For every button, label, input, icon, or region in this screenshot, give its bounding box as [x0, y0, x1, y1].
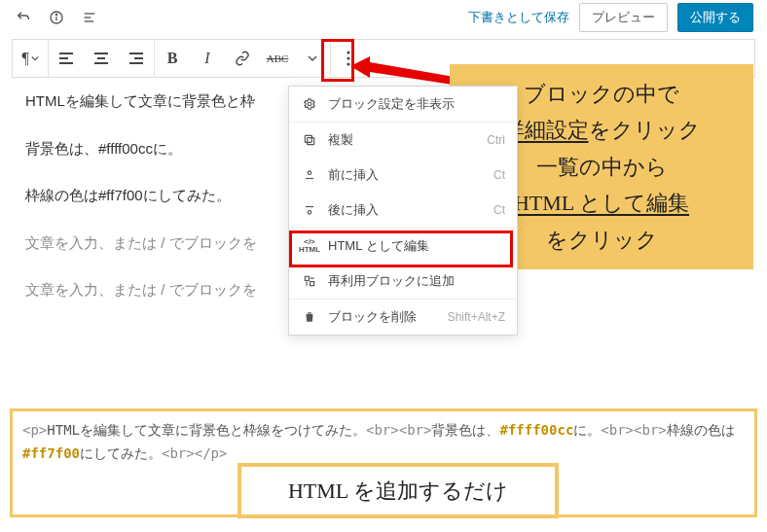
outline-icon[interactable] [80, 8, 99, 27]
code-tag: <p> [22, 422, 47, 438]
svg-point-21 [308, 171, 311, 175]
menu-label: 前に挿入 [328, 166, 484, 184]
menu-label: 後に挿入 [328, 201, 484, 219]
menu-label: 複製 [328, 131, 477, 149]
code-text: 背景色は、 [431, 422, 499, 438]
menu-duplicate[interactable]: 複製 Ctrl [289, 123, 517, 158]
chevron-down-icon[interactable] [295, 40, 330, 77]
code-highlight: #ff7f00 [22, 445, 80, 461]
more-options-button[interactable] [331, 40, 366, 77]
shortcut-text: Ct [493, 168, 505, 182]
svg-point-16 [347, 56, 349, 59]
preview-button[interactable]: プレビュー [579, 3, 668, 32]
reusable-icon [301, 274, 318, 288]
strike-button[interactable]: ABC [260, 40, 295, 77]
save-draft-link[interactable]: 下書きとして保存 [468, 9, 569, 26]
callout-text: HTML を追加するだけ [288, 479, 508, 503]
svg-point-24 [308, 211, 311, 215]
editor-topbar: 下書きとして保存 プレビュー 公開する [0, 0, 767, 35]
menu-block-settings[interactable]: ブロック設定を非表示 [289, 87, 517, 122]
svg-point-2 [55, 14, 56, 15]
menu-remove-block[interactable]: ブロックを削除 Shift+Alt+Z [289, 300, 517, 335]
code-tag: <br> [162, 445, 195, 461]
menu-label: 再利用ブロックに追加 [328, 272, 505, 290]
align-left-button[interactable] [49, 40, 84, 77]
code-tag: </p> [195, 445, 228, 461]
block-options-menu: ブロック設定を非表示 複製 Ctrl 前に挿入 Ct 後に挿入 Ct </>HT… [288, 86, 518, 336]
italic-button[interactable]: I [190, 40, 225, 77]
code-tag: <br> [634, 422, 667, 438]
duplicate-icon [301, 133, 318, 147]
svg-point-15 [347, 51, 349, 53]
align-center-button[interactable] [84, 40, 119, 77]
svg-rect-25 [305, 276, 309, 280]
svg-rect-26 [310, 282, 314, 286]
menu-label: ブロックを削除 [328, 308, 438, 326]
undo-icon[interactable] [14, 8, 33, 27]
info-icon[interactable] [47, 8, 66, 27]
menu-label: HTML として編集 [328, 237, 505, 255]
code-text: にしてみた。 [80, 445, 162, 461]
menu-insert-after[interactable]: 後に挿入 Ct [289, 193, 517, 228]
code-text: に。 [573, 422, 601, 438]
menu-insert-before[interactable]: 前に挿入 Ct [289, 158, 517, 193]
shortcut-text: Ct [493, 203, 505, 217]
bold-button[interactable]: B [155, 40, 190, 77]
svg-rect-19 [308, 138, 314, 145]
insert-before-icon [301, 168, 318, 182]
code-tag: <br> [399, 422, 432, 438]
gear-icon [301, 97, 318, 111]
svg-rect-20 [305, 135, 311, 142]
align-right-button[interactable] [119, 40, 154, 77]
pilcrow-button[interactable]: ¶ [13, 40, 48, 77]
topbar-left [14, 8, 99, 27]
code-text: 枠線の色は [667, 422, 735, 438]
trash-icon [301, 310, 318, 324]
shortcut-text: Ctrl [487, 133, 505, 147]
code-text: HTMLを編集して文章に背景色と枠線をつけてみた。 [47, 422, 366, 438]
link-button[interactable] [225, 40, 260, 77]
shortcut-text: Shift+Alt+Z [448, 310, 505, 324]
menu-edit-html[interactable]: </>HTML HTML として編集 [289, 229, 517, 264]
svg-point-17 [347, 62, 349, 65]
insert-after-icon [301, 203, 318, 217]
menu-add-reusable[interactable]: 再利用ブロックに追加 [289, 264, 517, 299]
menu-label: ブロック設定を非表示 [328, 95, 505, 113]
code-highlight: #ffff00cc [499, 422, 573, 438]
svg-point-18 [308, 102, 311, 106]
code-tag: <br> [601, 422, 634, 438]
annotation-callout-bottom: HTML を追加するだけ [237, 463, 559, 518]
topbar-right: 下書きとして保存 プレビュー 公開する [468, 3, 753, 32]
publish-button[interactable]: 公開する [677, 3, 753, 32]
html-icon: </>HTML [301, 238, 318, 254]
code-tag: <br> [366, 422, 399, 438]
